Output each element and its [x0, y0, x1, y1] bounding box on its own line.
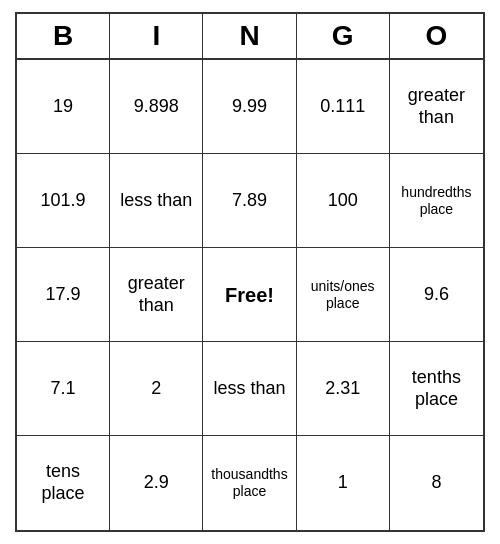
bingo-cell: greater than — [110, 248, 203, 342]
bingo-cell: 0.111 — [297, 60, 390, 154]
bingo-cell: less than — [110, 154, 203, 248]
cell-value: 100 — [328, 190, 358, 212]
bingo-cell: hundredths place — [390, 154, 483, 248]
cell-value: 1 — [338, 472, 348, 494]
bingo-cell: 9.898 — [110, 60, 203, 154]
cell-value: 101.9 — [41, 190, 86, 212]
bingo-cell: greater than — [390, 60, 483, 154]
bingo-cell: 2.31 — [297, 342, 390, 436]
header-letter: N — [203, 14, 296, 58]
cell-value: 2.31 — [325, 378, 360, 400]
cell-value: 2 — [151, 378, 161, 400]
bingo-cell: 2 — [110, 342, 203, 436]
bingo-cell: tenths place — [390, 342, 483, 436]
bingo-cell: thousandths place — [203, 436, 296, 530]
bingo-cell: 9.99 — [203, 60, 296, 154]
bingo-cell: 2.9 — [110, 436, 203, 530]
bingo-cell: tens place — [17, 436, 110, 530]
bingo-cell: 7.89 — [203, 154, 296, 248]
bingo-cell: 7.1 — [17, 342, 110, 436]
header-letter: O — [390, 14, 483, 58]
cell-value: thousandths place — [209, 466, 289, 500]
header-letter: G — [297, 14, 390, 58]
cell-value: 8 — [431, 472, 441, 494]
bingo-cell: 9.6 — [390, 248, 483, 342]
cell-value: tenths place — [396, 367, 477, 410]
cell-value: 7.89 — [232, 190, 267, 212]
bingo-cell: 100 — [297, 154, 390, 248]
bingo-cell: 1 — [297, 436, 390, 530]
cell-value: tens place — [23, 461, 103, 504]
bingo-grid: 199.8989.990.111greater than101.9less th… — [17, 60, 483, 530]
cell-value: greater than — [396, 85, 477, 128]
bingo-cell: units/ones place — [297, 248, 390, 342]
cell-value: greater than — [116, 273, 196, 316]
cell-value: 2.9 — [144, 472, 169, 494]
cell-value: 0.111 — [320, 96, 365, 118]
header-letter: B — [17, 14, 110, 58]
cell-value: 9.6 — [424, 284, 449, 306]
cell-value: 19 — [53, 96, 73, 118]
header-letter: I — [110, 14, 203, 58]
cell-value: Free! — [225, 283, 274, 307]
bingo-cell: 101.9 — [17, 154, 110, 248]
bingo-cell: 8 — [390, 436, 483, 530]
free-cell: Free! — [203, 248, 296, 342]
bingo-card: BINGO 199.8989.990.111greater than101.9l… — [15, 12, 485, 532]
cell-value: 9.898 — [134, 96, 179, 118]
cell-value: hundredths place — [396, 184, 477, 218]
bingo-cell: 17.9 — [17, 248, 110, 342]
cell-value: 9.99 — [232, 96, 267, 118]
cell-value: less than — [120, 190, 192, 212]
cell-value: units/ones place — [303, 278, 383, 312]
cell-value: 7.1 — [51, 378, 76, 400]
bingo-cell: less than — [203, 342, 296, 436]
cell-value: 17.9 — [46, 284, 81, 306]
bingo-cell: 19 — [17, 60, 110, 154]
cell-value: less than — [213, 378, 285, 400]
bingo-header: BINGO — [17, 14, 483, 60]
